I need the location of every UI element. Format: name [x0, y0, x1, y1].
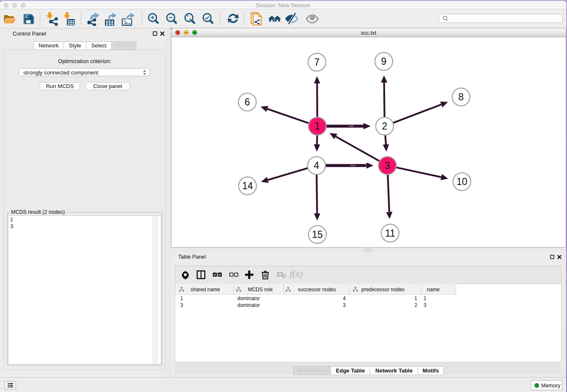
svg-text:2: 2: [382, 121, 388, 132]
svg-text:7: 7: [314, 57, 320, 68]
svg-text:6: 6: [245, 97, 250, 108]
svg-text:8: 8: [458, 91, 464, 102]
svg-text:11: 11: [385, 228, 395, 239]
svg-text:15: 15: [312, 229, 323, 240]
svg-text:4: 4: [314, 160, 319, 171]
svg-text:9: 9: [381, 56, 387, 67]
svg-text:14: 14: [242, 180, 253, 191]
svg-text:10: 10: [457, 176, 468, 187]
svg-text:3: 3: [385, 160, 390, 171]
svg-text:1: 1: [315, 121, 320, 132]
